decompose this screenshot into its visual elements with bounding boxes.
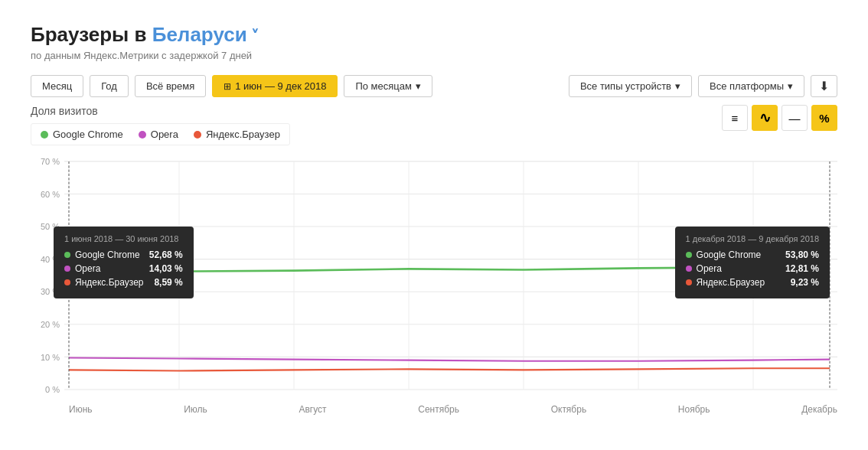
svg-text:60 %: 60 % [41, 189, 60, 198]
legend-item-yandex[interactable]: Яндекс.Браузер [194, 129, 280, 140]
period-month-button[interactable]: Месяц [31, 75, 83, 97]
yandex-line [69, 368, 830, 370]
x-label-december: Декабрь [801, 404, 837, 415]
flat-chart-button[interactable]: — [782, 105, 808, 131]
controls-bar: Месяц Год Всё время ⊞ 1 июн — 9 дек 2018… [31, 75, 837, 97]
opera-line [69, 357, 830, 360]
page-title: Браузеры в Беларуси ˅ [31, 23, 837, 47]
x-label-october: Октябрь [551, 404, 587, 415]
stacked-chart-button[interactable]: ≡ [722, 105, 748, 131]
legend-label-yandex: Яндекс.Браузер [206, 129, 280, 140]
svg-text:50 %: 50 % [41, 222, 60, 231]
percent-icon: % [819, 112, 829, 125]
platform-label: Все платформы [710, 80, 784, 92]
legend-dot-chrome [41, 131, 48, 139]
title-highlight: Беларуси [152, 23, 247, 46]
chart-legend: Google Chrome Opera Яндекс.Браузер [31, 123, 290, 145]
x-label-august: Август [299, 404, 326, 415]
flat-icon: — [789, 112, 801, 125]
platform-button[interactable]: Все платформы ▾ [698, 75, 804, 97]
svg-text:20 %: 20 % [41, 320, 60, 329]
grouping-arrow: ▾ [416, 80, 421, 92]
svg-text:40 %: 40 % [41, 255, 60, 264]
legend-item-opera[interactable]: Opera [139, 129, 178, 140]
chart-toolbar: ≡ ∿ — % [722, 105, 837, 131]
grouping-label: По месяцам [355, 80, 412, 92]
x-label-july: Июль [184, 404, 207, 415]
line-icon: ∿ [759, 109, 771, 126]
period-custom-label: 1 июн — 9 дек 2018 [235, 80, 326, 92]
legend-dot-opera [139, 131, 146, 139]
title-dropdown-arrow[interactable]: ˅ [247, 28, 259, 44]
platform-arrow: ▾ [788, 80, 793, 92]
percent-chart-button[interactable]: % [811, 105, 837, 131]
chrome-line [69, 266, 830, 271]
device-type-label: Все типы устройств [580, 80, 671, 92]
x-axis-labels: Июнь Июль Август Сентябрь Октябрь Ноябрь… [31, 404, 837, 415]
grouping-button[interactable]: По месяцам ▾ [344, 75, 432, 97]
legend-label-chrome: Google Chrome [53, 129, 123, 140]
chart-svg: .grid-line { stroke: #e8e8e8; stroke-wid… [31, 150, 837, 403]
x-label-november: Ноябрь [678, 404, 710, 415]
period-year-button[interactable]: Год [90, 75, 129, 97]
svg-text:10 %: 10 % [41, 352, 60, 361]
svg-text:70 %: 70 % [41, 157, 60, 166]
legend-dot-yandex [194, 131, 201, 139]
svg-text:30 %: 30 % [41, 287, 60, 296]
x-label-june: Июнь [69, 404, 93, 415]
svg-text:0 %: 0 % [45, 385, 60, 394]
chart-title: Доля визитов [31, 105, 98, 117]
title-prefix: Браузеры в [31, 23, 152, 46]
chart-section: Доля визитов ≡ ∿ — % Google Chrome Opera [31, 105, 837, 415]
device-type-button[interactable]: Все типы устройств ▾ [569, 75, 692, 97]
x-label-september: Сентябрь [418, 404, 459, 415]
download-button[interactable]: ⬇ [811, 75, 837, 97]
stacked-icon: ≡ [732, 112, 739, 125]
period-custom-button[interactable]: ⊞ 1 июн — 9 дек 2018 [212, 75, 338, 97]
device-arrow: ▾ [675, 80, 680, 92]
line-chart-button[interactable]: ∿ [752, 105, 778, 131]
subtitle: по данным Яндекс.Метрики с задержкой 7 д… [31, 50, 837, 61]
legend-item-chrome[interactable]: Google Chrome [41, 129, 123, 140]
period-all-button[interactable]: Всё время [135, 75, 206, 97]
legend-label-opera: Opera [151, 129, 178, 140]
chart-area: .grid-line { stroke: #e8e8e8; stroke-wid… [31, 150, 837, 403]
